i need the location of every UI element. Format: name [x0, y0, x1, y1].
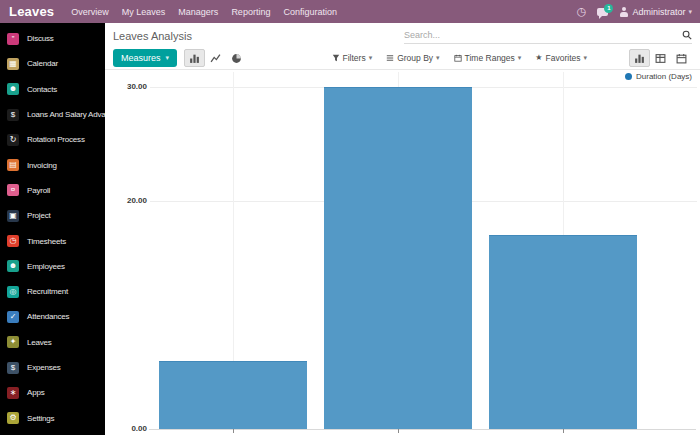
- y-axis-tick-label: 0.00: [105, 424, 147, 433]
- chevron-down-icon: ▾: [688, 8, 692, 16]
- legend-label: Duration (Days): [636, 72, 692, 81]
- bar-3[interactable]: [489, 235, 637, 429]
- sidebar-item-discuss[interactable]: ”Discuss: [0, 26, 105, 51]
- user-name: Administrator: [632, 7, 685, 17]
- sidebar-item-label: Leaves: [27, 338, 52, 347]
- filters-dropdown[interactable]: Filters ▾: [332, 53, 373, 63]
- loans-icon: $: [7, 109, 19, 121]
- sidebar-item-attendances[interactable]: ✓Attendances: [0, 304, 105, 329]
- topbar-menu: OverviewMy LeavesManagersReportingConfig…: [71, 0, 350, 23]
- topbar-menu-managers[interactable]: Managers: [178, 7, 218, 17]
- bar-1[interactable]: [159, 361, 307, 429]
- sidebar-item-invoicing[interactable]: ▤Invoicing: [0, 152, 105, 177]
- chevron-down-icon: ▾: [518, 54, 522, 62]
- chevron-down-icon: ▾: [583, 54, 587, 62]
- sidebar-item-label: Apps: [27, 388, 44, 397]
- group-by-dropdown[interactable]: Group By ▾: [386, 53, 439, 63]
- topbar: Leaves OverviewMy LeavesManagersReportin…: [0, 0, 700, 23]
- sidebar-item-label: Employees: [27, 262, 65, 271]
- activity-clock-icon[interactable]: ◷: [577, 6, 587, 17]
- sidebar-item-label: Calendar: [27, 59, 58, 68]
- sidebar-item-label: Recruitment: [27, 287, 68, 296]
- x-axis-tick: [563, 429, 564, 433]
- calendar-view-button[interactable]: [671, 49, 692, 67]
- measures-button[interactable]: Measures ▾: [113, 49, 177, 67]
- graph-view-button[interactable]: [629, 49, 650, 67]
- bar-2[interactable]: [324, 87, 472, 429]
- search-input[interactable]: [404, 30, 682, 40]
- y-axis-tick-label: 20.00: [105, 196, 147, 205]
- x-axis-tick: [233, 429, 234, 433]
- messages-icon[interactable]: 1: [597, 8, 608, 16]
- recruitment-icon: ◎: [7, 286, 19, 298]
- sidebar-item-rotation-process[interactable]: ↻Rotation Process: [0, 127, 105, 152]
- sidebar-item-apps[interactable]: ∗Apps: [0, 380, 105, 405]
- sidebar-item-project[interactable]: ▣Project: [0, 203, 105, 228]
- main-content: Leaves Analysis Measures ▾: [105, 23, 700, 435]
- apps-icon: ∗: [7, 387, 19, 399]
- topbar-menu-overview[interactable]: Overview: [71, 7, 109, 17]
- search-box: [404, 27, 692, 44]
- topbar-menu-reporting[interactable]: Reporting: [231, 7, 270, 17]
- chart-type-toggle: [184, 49, 247, 67]
- page-title: Leaves Analysis: [113, 30, 192, 42]
- x-axis-line: [149, 429, 696, 430]
- sidebar-item-payroll[interactable]: ¤Payroll: [0, 178, 105, 203]
- sidebar-item-label: Project: [27, 211, 51, 220]
- calendar-icon: [454, 54, 462, 62]
- sidebar-item-loans-and-salary-advance[interactable]: $Loans And Salary Advance: [0, 102, 105, 127]
- time-ranges-dropdown[interactable]: Time Ranges ▾: [454, 53, 522, 63]
- sidebar-item-contacts[interactable]: ☻Contacts: [0, 77, 105, 102]
- sidebar-item-calendar[interactable]: ▦Calendar: [0, 51, 105, 76]
- app-sidebar: ”Discuss▦Calendar☻Contacts$Loans And Sal…: [0, 23, 105, 435]
- sidebar-item-label: Expenses: [27, 363, 61, 372]
- sidebar-item-label: Rotation Process: [27, 135, 85, 144]
- sidebar-item-expenses[interactable]: $Expenses: [0, 355, 105, 380]
- search-icon[interactable]: [682, 26, 692, 44]
- expenses-icon: $: [7, 362, 19, 374]
- invoicing-icon: ▤: [7, 159, 19, 171]
- control-panel-row: Measures ▾: [105, 47, 700, 69]
- sidebar-item-label: Attendances: [27, 312, 69, 321]
- sidebar-item-employees[interactable]: ☻Employees: [0, 254, 105, 279]
- favorites-dropdown[interactable]: ★ Favorites ▾: [535, 53, 587, 63]
- sidebar-item-settings[interactable]: ⚙Settings: [0, 405, 105, 430]
- search-filters: Filters ▾ Group By ▾ Time Ranges ▾ ★: [318, 53, 587, 63]
- chevron-down-icon: ▾: [166, 54, 170, 62]
- sidebar-item-label: Discuss: [27, 34, 54, 43]
- project-icon: ▣: [7, 210, 19, 222]
- funnel-icon: [332, 54, 340, 62]
- app-brand: Leaves: [0, 4, 54, 19]
- pivot-view-button[interactable]: [650, 49, 671, 67]
- chevron-down-icon: ▾: [369, 54, 373, 62]
- pivot-icon: [655, 53, 666, 64]
- sidebar-item-timesheets[interactable]: ◷Timesheets: [0, 228, 105, 253]
- discuss-icon: ”: [7, 33, 19, 45]
- sidebar-item-label: Contacts: [27, 85, 57, 94]
- line-chart-button[interactable]: [205, 49, 226, 67]
- sidebar-item-label: Loans And Salary Advance: [27, 110, 105, 119]
- star-icon: ★: [535, 54, 542, 62]
- pie-chart-button[interactable]: [226, 49, 247, 67]
- topbar-right: ◷ 1 Administrator ▾: [566, 6, 700, 17]
- settings-icon: ⚙: [7, 412, 19, 424]
- chevron-down-icon: ▾: [436, 54, 440, 62]
- y-axis-tick-label: 30.00: [105, 82, 147, 91]
- topbar-menu-configuration[interactable]: Configuration: [283, 7, 337, 17]
- sidebar-item-label: Payroll: [27, 186, 50, 195]
- calendar-icon: ▦: [7, 58, 19, 70]
- user-menu[interactable]: Administrator ▾: [619, 7, 692, 17]
- sidebar-item-recruitment[interactable]: ◎Recruitment: [0, 279, 105, 304]
- sidebar-item-leaves[interactable]: ✦Leaves: [0, 330, 105, 355]
- list-icon: [386, 54, 394, 62]
- person-icon: [619, 7, 628, 17]
- contacts-icon: ☻: [7, 83, 19, 95]
- app-window: Leaves OverviewMy LeavesManagersReportin…: [0, 0, 700, 435]
- bar-chart-button[interactable]: [184, 49, 205, 67]
- topbar-menu-my-leaves[interactable]: My Leaves: [122, 7, 166, 17]
- chart-legend[interactable]: Duration (Days): [625, 72, 692, 81]
- attendances-icon: ✓: [7, 311, 19, 323]
- sidebar-item-label: Timesheets: [27, 237, 66, 246]
- timesheets-icon: ◷: [7, 235, 19, 247]
- employees-icon: ☻: [7, 260, 19, 272]
